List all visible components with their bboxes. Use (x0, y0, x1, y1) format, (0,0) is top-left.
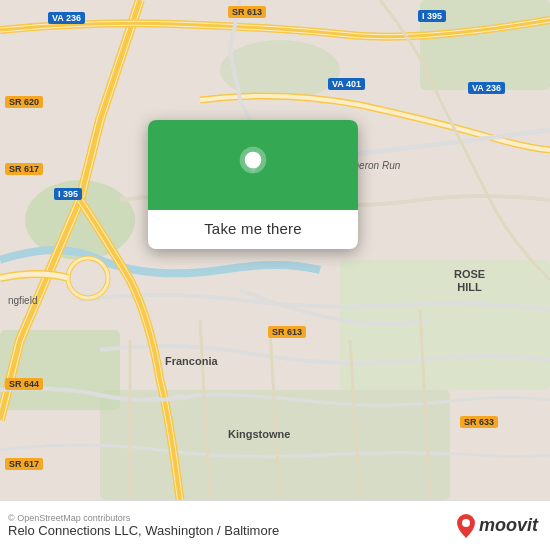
moovit-pin-icon (455, 513, 477, 539)
svg-point-12 (462, 519, 470, 527)
popup-header (148, 120, 358, 210)
shield-va236-right: VA 236 (468, 82, 505, 94)
shield-sr633: SR 633 (460, 416, 498, 428)
footer-title: Relo Connections LLC, Washington / Balti… (8, 523, 279, 538)
shield-sr644: SR 644 (5, 378, 43, 390)
popup-card: Take me there (148, 120, 358, 249)
shield-va401: VA 401 (328, 78, 365, 90)
shield-i395-mid: I 395 (54, 188, 82, 200)
shield-sr617-mid: SR 617 (5, 163, 43, 175)
label-rose-hill: ROSEHILL (454, 268, 485, 294)
label-kingstowne: Kingstowne (228, 428, 290, 440)
map-container: VA 236 SR 613 I 395 SR 620 VA 401 VA 236… (0, 0, 550, 500)
shield-sr613-top: SR 613 (228, 6, 266, 18)
popup-take-me-there[interactable]: Take me there (148, 210, 358, 249)
footer: © OpenStreetMap contributors Relo Connec… (0, 500, 550, 550)
shield-sr613-mid: SR 613 (268, 326, 306, 338)
shield-va236-top: VA 236 (48, 12, 85, 24)
moovit-text: moovit (479, 515, 538, 536)
shield-i395-top: I 395 (418, 10, 446, 22)
label-springfield: ngfield (8, 295, 37, 306)
shield-sr620: SR 620 (5, 96, 43, 108)
label-franconia: Franconia (165, 355, 218, 367)
footer-left: © OpenStreetMap contributors Relo Connec… (8, 513, 279, 538)
footer-attribution: © OpenStreetMap contributors (8, 513, 279, 523)
shield-sr617-bot: SR 617 (5, 458, 43, 470)
location-pin-icon (233, 145, 273, 185)
moovit-logo: moovit (455, 513, 538, 539)
